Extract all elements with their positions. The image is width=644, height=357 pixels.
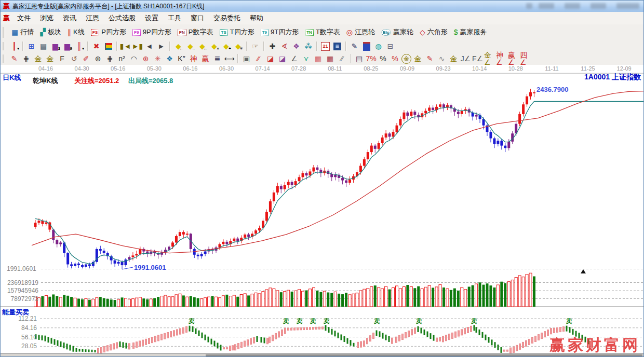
titlebar-blurred-control[interactable] [616, 3, 639, 9]
width-tool-icon[interactable]: ⟷ [224, 53, 235, 64]
hand-tool-icon[interactable]: ☞ [250, 41, 261, 51]
percent-icon[interactable]: % [378, 53, 388, 64]
diamond-shift-right-icon[interactable]: ◆→ [185, 41, 196, 51]
calculator-tool-icon[interactable]: ≣ [332, 41, 343, 51]
spiral-tool-icon[interactable]: ↺ [69, 53, 79, 64]
draw-pen-icon[interactable]: ✎ [9, 53, 20, 64]
menu-item-资讯[interactable]: 资讯 [58, 13, 81, 23]
toolbar-button-t-square[interactable]: TST四方形 [217, 26, 258, 38]
prev-page-icon[interactable]: ◄ [144, 41, 155, 51]
chart-canvas[interactable] [1, 65, 644, 353]
tick-ruler-icon[interactable]: ⋕ [21, 53, 32, 64]
diamond-burst-icon[interactable]: ◆✳ [233, 41, 244, 51]
diamond-shift-left-icon[interactable]: ◆← [173, 41, 184, 51]
report-card-icon[interactable]: ▤ [38, 41, 49, 51]
toolbar-button-sectors[interactable]: ▞板块 [37, 26, 64, 38]
shen-tool-icon[interactable]: 神 [188, 53, 199, 64]
menu-item-帮助[interactable]: 帮助 [245, 13, 268, 23]
toolbar-grip[interactable] [3, 42, 6, 51]
menu-item-设置[interactable]: 设置 [140, 13, 163, 23]
scale-ruler-icon[interactable]: ≣ [212, 53, 223, 64]
shen-angle-icon[interactable]: 神∠ [496, 53, 507, 64]
j-angle-icon[interactable]: J∠ [460, 53, 471, 64]
n-squared-icon[interactable]: n² [116, 53, 127, 64]
first-page-icon[interactable]: ▮◄ [120, 41, 131, 51]
box-tool-icon[interactable]: ▣ [241, 53, 252, 64]
grid-red-1-icon[interactable]: ▦ [313, 53, 324, 64]
gold-grid-1-icon[interactable]: 金 [33, 53, 44, 64]
kline-chart-area[interactable] [1, 65, 644, 353]
box-fan-purple-icon[interactable]: ◪ [277, 53, 288, 64]
gold-angle-icon[interactable]: 金∠ [484, 53, 495, 64]
menu-item-浏览[interactable]: 浏览 [35, 13, 58, 23]
wave-tool-icon[interactable]: ∿ [436, 53, 447, 64]
gann-net-icon[interactable]: ⊞ [26, 41, 37, 51]
circle-target-icon[interactable]: ⊕ [92, 53, 103, 64]
eraser-tool-icon[interactable]: ✐ [81, 53, 91, 64]
toolbar-button-market-quotes[interactable]: ▦行情 [8, 26, 37, 38]
menu-item-江恩[interactable]: 江恩 [81, 13, 104, 23]
delete-tool-icon[interactable]: ✖ [91, 41, 102, 51]
arc-tool-icon[interactable]: ◠ [128, 53, 139, 64]
f-angle-icon[interactable]: F∠ [472, 53, 483, 64]
horizontal-scrollbar[interactable] [1, 353, 643, 357]
ying-angle-icon[interactable]: 赢∠ [508, 53, 519, 64]
ying-tool-icon[interactable]: 赢 [200, 53, 211, 64]
toolbar-button-p-square[interactable]: PSP四方形 [88, 26, 129, 38]
toolbar-button-9p-square[interactable]: P99P四方形 [129, 26, 175, 38]
diag-lines-icon[interactable]: ∕∕ [337, 53, 347, 64]
purple-chart-9-icon[interactable]: ▆9 [62, 41, 73, 51]
percent-7-icon[interactable]: 7% [366, 53, 377, 64]
pen-candle-icon[interactable]: ✎ [424, 53, 435, 64]
grid-red-2-icon[interactable]: ▦ [325, 53, 336, 64]
k-sign-icon[interactable]: K″ [176, 53, 187, 64]
menu-item-窗口[interactable]: 窗口 [186, 13, 209, 23]
box-fan-red-icon[interactable]: ◪ [265, 53, 276, 64]
menu-item-文件[interactable]: 文件 [12, 13, 35, 23]
purple-chart-3-icon[interactable]: ▆3 [50, 41, 61, 51]
toolbar-button-p-number-table[interactable]: PNP数字表 [175, 26, 217, 38]
titlebar-blurred-control[interactable] [526, 3, 532, 9]
percent-lines-icon[interactable]: % [390, 53, 400, 64]
toolbar-grip[interactable] [3, 54, 6, 63]
kline-style-dropdown-icon[interactable]: ┃▾ [9, 41, 20, 51]
candle-pattern-dropdown-icon[interactable]: ║▾ [74, 41, 85, 51]
fan-lines-icon[interactable]: ∕∕ [253, 53, 264, 64]
angle-lines-icon[interactable]: ∠ [289, 53, 300, 64]
gann-web-icon[interactable]: ✳ [152, 53, 163, 64]
print-tool-icon[interactable]: ⊟ [385, 41, 396, 51]
crosshair-tool-icon[interactable]: ✚ [267, 41, 278, 51]
diamond-expand-icon[interactable]: ◆↔ [197, 41, 208, 51]
toolbar-button-winner-wheel[interactable]: Big赢家轮 [378, 26, 417, 38]
angle-measure-icon[interactable]: ∢ [279, 41, 290, 51]
toolbar-grip[interactable] [3, 27, 6, 38]
toolbar-button-winner-service[interactable]: $赢家服务 [451, 26, 490, 38]
gold-lines-icon[interactable]: 金 [412, 53, 423, 64]
f-grid-icon[interactable]: F [57, 53, 68, 64]
diamond-star-icon[interactable]: ◆+ [221, 41, 232, 51]
gold-plain-icon[interactable]: 金 [448, 53, 459, 64]
titlebar-blurred-control[interactable] [591, 3, 606, 9]
toolbar-button-kline[interactable]: ∥K线 [64, 26, 88, 38]
calendar-tool-icon[interactable]: 21 [320, 41, 331, 51]
save-tool-icon[interactable] [361, 41, 372, 51]
menu-item-公式选股[interactable]: 公式选股 [104, 13, 140, 23]
gold-circle-icon[interactable]: 金 [401, 54, 411, 64]
last-page-icon[interactable]: ►▮ [132, 41, 143, 51]
notes-tool-icon[interactable]: ✎ [349, 41, 360, 51]
web-grid-icon[interactable]: ❖ [164, 53, 175, 64]
tick-ruler-2-icon[interactable]: ⋕ [104, 53, 115, 64]
gann-box-tool-icon[interactable]: ❖ [291, 41, 302, 51]
menu-item-工具[interactable]: 工具 [163, 13, 186, 23]
toolbar-button-hexagon[interactable]: ◇六角形 [417, 26, 451, 38]
analysis-tool-icon[interactable]: ⁂ [303, 41, 314, 51]
toolbar-button-gann-wheel[interactable]: ◎江恩轮 [343, 26, 378, 38]
flag-tool-icon[interactable] [103, 41, 114, 51]
red-compass-icon[interactable]: ⊕ [140, 53, 151, 64]
toolbar-button-9t-square[interactable]: T99T四方形 [258, 26, 302, 38]
web-data-tool-icon[interactable]: ◍ [373, 41, 384, 51]
si-angle-icon[interactable]: 四∠ [520, 53, 531, 64]
next-page-icon[interactable]: ► [156, 41, 167, 51]
scrollbar-thumb[interactable] [206, 354, 642, 357]
gold-grid-2-icon[interactable]: 金 [45, 53, 56, 64]
